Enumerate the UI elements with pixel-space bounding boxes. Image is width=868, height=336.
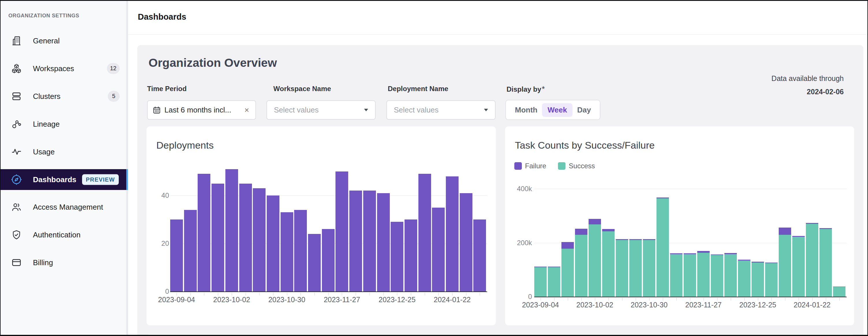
- bar-deployments-2024-01-01[interactable]: [405, 220, 417, 291]
- bar-success-2023-11-06[interactable]: [656, 198, 669, 297]
- bar-failure-2024-01-15[interactable]: [792, 236, 805, 237]
- bar-success-2023-09-11[interactable]: [548, 267, 560, 297]
- clear-icon[interactable]: ×: [244, 106, 249, 114]
- bar-deployments-2023-10-02[interactable]: [225, 169, 238, 291]
- bar-failure-2023-12-18[interactable]: [738, 260, 750, 260]
- bar-deployments-2023-11-20[interactable]: [322, 229, 335, 291]
- x-axis-tick: [609, 298, 609, 301]
- bar-deployments-2023-10-09[interactable]: [239, 184, 252, 292]
- compass-icon: [11, 174, 22, 185]
- bar-failure-2023-09-11[interactable]: [548, 267, 560, 268]
- x-axis-label: 2023-10-02: [213, 296, 250, 304]
- bar-failure-2023-11-13[interactable]: [670, 253, 682, 254]
- bar-failure-2024-02-05[interactable]: [833, 286, 845, 287]
- bar-failure-2023-10-09[interactable]: [602, 229, 615, 231]
- task-counts-chart-title: Task Counts by Success/Failure: [515, 140, 655, 151]
- y-axis-label: 0: [147, 287, 169, 296]
- legend-item-success[interactable]: Success: [558, 162, 595, 170]
- bar-success-2023-12-18[interactable]: [738, 260, 750, 297]
- sidebar-item-lineage[interactable]: Lineage: [0, 114, 126, 135]
- bar-deployments-2023-10-23[interactable]: [267, 195, 279, 291]
- x-axis-tick: [314, 292, 315, 296]
- legend-item-failure[interactable]: Failure: [514, 162, 546, 170]
- bar-success-2023-10-02[interactable]: [589, 224, 601, 297]
- bar-failure-2023-12-11[interactable]: [724, 253, 737, 254]
- display-by-option-week[interactable]: Week: [542, 103, 572, 117]
- credit-card-icon: [11, 257, 22, 268]
- bar-deployments-2023-12-04[interactable]: [349, 191, 362, 291]
- bar-success-2023-12-04[interactable]: [711, 255, 723, 297]
- bar-deployments-2023-12-18[interactable]: [377, 193, 390, 291]
- bar-success-2023-11-27[interactable]: [697, 253, 710, 297]
- bar-failure-2024-01-01[interactable]: [765, 262, 778, 263]
- sidebar-item-general[interactable]: General: [0, 30, 126, 51]
- bar-success-2024-01-29[interactable]: [819, 229, 832, 297]
- sidebar-item-workspaces[interactable]: Workspaces12: [0, 58, 126, 79]
- legend-swatch-failure: [514, 162, 522, 170]
- bar-failure-2023-11-27[interactable]: [697, 251, 710, 253]
- bar-failure-2023-10-02[interactable]: [589, 219, 601, 225]
- cubes-icon: [11, 63, 22, 74]
- workspace-name-select[interactable]: Select values: [267, 100, 376, 120]
- bar-success-2023-10-16[interactable]: [616, 240, 628, 297]
- bar-success-2023-11-13[interactable]: [670, 254, 682, 297]
- bar-failure-2023-12-04[interactable]: [711, 254, 723, 255]
- bar-deployments-2023-11-06[interactable]: [294, 210, 307, 291]
- display-by-option-day[interactable]: Day: [577, 103, 591, 117]
- bar-success-2024-01-15[interactable]: [792, 237, 805, 297]
- bar-deployments-2023-12-25[interactable]: [391, 222, 403, 291]
- bar-success-2023-09-18[interactable]: [561, 249, 574, 297]
- bar-failure-2023-10-23[interactable]: [629, 239, 642, 240]
- bar-success-2023-09-25[interactable]: [575, 235, 587, 297]
- bar-success-2023-10-23[interactable]: [629, 240, 642, 297]
- bar-success-2023-09-04[interactable]: [534, 267, 547, 297]
- bar-deployments-2023-12-11[interactable]: [363, 191, 376, 291]
- x-axis-label: 2023-12-25: [739, 301, 776, 309]
- bar-failure-2023-09-04[interactable]: [534, 267, 547, 268]
- bar-success-2023-11-20[interactable]: [684, 254, 696, 297]
- sidebar-item-authentication[interactable]: Authentication: [0, 224, 126, 245]
- bar-deployments-2024-02-05[interactable]: [473, 220, 486, 291]
- bar-failure-2024-01-22[interactable]: [806, 223, 818, 224]
- bar-failure-2023-09-25[interactable]: [575, 229, 587, 235]
- bar-failure-2023-10-16[interactable]: [616, 239, 628, 240]
- bar-deployments-2024-01-15[interactable]: [432, 207, 445, 292]
- bar-success-2023-12-25[interactable]: [751, 262, 764, 297]
- bar-success-2024-01-08[interactable]: [779, 235, 791, 297]
- bar-failure-2024-01-29[interactable]: [819, 228, 832, 229]
- sidebar-item-usage[interactable]: Usage: [0, 141, 126, 162]
- sidebar-item-billing[interactable]: Billing: [0, 252, 126, 273]
- bar-deployments-2023-10-16[interactable]: [253, 188, 266, 291]
- bar-deployments-2023-09-25[interactable]: [212, 184, 224, 292]
- x-axis-tick: [758, 298, 758, 301]
- time-period-input[interactable]: Last 6 months incl... ×: [147, 100, 256, 120]
- bar-success-2024-01-22[interactable]: [806, 224, 818, 297]
- sidebar-item-clusters[interactable]: Clusters5: [0, 86, 126, 107]
- bar-deployments-2024-01-08[interactable]: [418, 174, 431, 291]
- bar-deployments-2024-01-29[interactable]: [460, 193, 472, 291]
- bar-deployments-2024-01-22[interactable]: [446, 176, 459, 291]
- bar-deployments-2023-09-18[interactable]: [198, 174, 210, 291]
- bar-success-2023-12-11[interactable]: [724, 254, 737, 297]
- bar-deployments-2023-10-30[interactable]: [281, 212, 293, 291]
- bar-success-2023-10-30[interactable]: [643, 240, 655, 297]
- bar-failure-2024-01-08[interactable]: [779, 228, 791, 235]
- bar-deployments-2023-09-11[interactable]: [184, 210, 197, 291]
- bar-failure-2023-11-06[interactable]: [656, 197, 669, 198]
- bar-failure-2023-10-30[interactable]: [643, 239, 655, 240]
- bar-failure-2023-09-18[interactable]: [561, 242, 574, 249]
- sidebar-item-dashboards[interactable]: DashboardsPREVIEW: [0, 169, 126, 190]
- sidebar-item-access-management[interactable]: Access Management: [0, 197, 126, 218]
- bar-deployments-2023-09-04[interactable]: [170, 220, 183, 291]
- bar-failure-2023-12-25[interactable]: [751, 262, 764, 262]
- display-by-option-month[interactable]: Month: [515, 103, 537, 117]
- bar-deployments-2023-11-13[interactable]: [308, 234, 321, 291]
- bar-success-2023-10-09[interactable]: [602, 231, 615, 297]
- bar-deployments-2023-11-27[interactable]: [336, 171, 348, 291]
- bar-success-2024-01-01[interactable]: [765, 263, 778, 297]
- bar-success-2024-02-05[interactable]: [833, 287, 845, 297]
- bar-failure-2023-11-20[interactable]: [684, 253, 696, 254]
- x-axis-label: 2023-11-27: [685, 301, 721, 309]
- deployment-name-select[interactable]: Select values: [386, 100, 496, 120]
- chart-legend: FailureSuccess: [514, 162, 607, 170]
